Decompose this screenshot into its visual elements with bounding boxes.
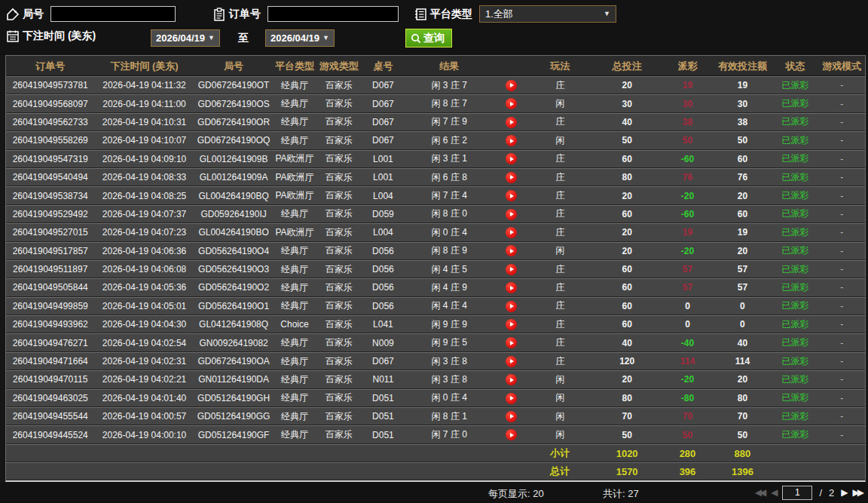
replay-icon[interactable]	[506, 411, 517, 422]
cell-table-no: D067	[362, 113, 405, 131]
cell-game-type: 百家乐	[316, 150, 362, 168]
col-game-no: 局号	[194, 56, 274, 76]
cell-order-no: 260419049445524	[6, 425, 94, 444]
cell-replay	[494, 131, 528, 149]
game-no-input[interactable]	[50, 6, 176, 22]
replay-icon[interactable]	[506, 190, 517, 201]
replay-icon[interactable]	[506, 153, 517, 164]
replay-icon[interactable]	[506, 429, 517, 440]
grand-total-payout: 396	[662, 462, 713, 480]
cell-platform: 经典厅	[274, 242, 316, 260]
cell-bet-time: 2026-04-19 04:09:10	[94, 150, 194, 168]
table-row: 2604190495270152026-04-19 04:07:23GL0042…	[6, 223, 865, 241]
cell-payout: 57	[662, 278, 713, 296]
cell-play-type: 闲	[528, 425, 591, 444]
replay-icon[interactable]	[506, 393, 517, 404]
cell-platform: Choice	[274, 315, 316, 333]
cell-table-no: D067	[362, 131, 405, 149]
cell-payout: 57	[662, 260, 713, 278]
replay-icon[interactable]	[506, 301, 517, 312]
cell-order-no: 260419049505844	[6, 278, 94, 296]
table-body: 2604190495737812026-04-19 04:11:32GD0672…	[6, 76, 865, 444]
subtotal-payout: 280	[662, 444, 713, 462]
col-platform-type: 平台类型	[274, 56, 316, 76]
first-page-icon[interactable]: ◀◀	[755, 487, 764, 498]
cell-replay	[494, 370, 528, 388]
cell-order-no: 260419049529492	[6, 205, 94, 223]
replay-icon[interactable]	[506, 319, 517, 330]
cell-play-type: 庄	[528, 76, 591, 94]
replay-icon[interactable]	[506, 209, 517, 220]
cell-valid-bet: 0	[713, 297, 772, 315]
cell-payout: 38	[662, 113, 713, 131]
cell-replay	[494, 425, 528, 444]
cell-game-mode: -	[818, 223, 865, 241]
replay-icon[interactable]	[506, 374, 517, 385]
cell-table-no: N009	[362, 333, 405, 351]
cell-platform: 经典厅	[274, 76, 316, 94]
cell-order-no: 260419049573781	[6, 76, 94, 94]
cell-payout: -20	[662, 242, 713, 260]
cell-replay	[494, 315, 528, 333]
cell-valid-bet: 114	[713, 352, 772, 370]
cell-valid-bet: 57	[713, 260, 772, 278]
cell-replay	[494, 260, 528, 278]
page-number-input[interactable]	[782, 486, 812, 500]
replay-icon[interactable]	[506, 80, 517, 91]
cell-replay	[494, 113, 528, 131]
replay-icon[interactable]	[506, 282, 517, 293]
prev-page-icon[interactable]: ◀	[771, 487, 775, 498]
cell-platform: 经典厅	[274, 425, 316, 444]
cell-payout: 19	[662, 76, 713, 94]
cell-total-bet: 20	[591, 242, 662, 260]
table-row: 2604190495118972026-04-19 04:06:08GD0562…	[6, 260, 865, 278]
query-button[interactable]: 查询	[405, 29, 452, 48]
cell-bet-time: 2026-04-19 04:05:01	[94, 297, 194, 315]
date-to-picker[interactable]: 2026/04/19 ▼	[265, 29, 335, 47]
table-row: 2604190495473192026-04-19 04:09:10GL0012…	[6, 150, 865, 168]
replay-icon[interactable]	[506, 172, 517, 183]
replay-icon[interactable]	[506, 135, 517, 146]
cell-platform: PA欧洲厅	[274, 186, 316, 204]
cell-valid-bet: 60	[713, 205, 772, 223]
cell-status: 已派彩	[772, 315, 819, 333]
cell-payout: -20	[662, 186, 713, 204]
subtotal-row: 小计 1020 280 880	[6, 444, 865, 462]
cell-status: 已派彩	[772, 150, 819, 168]
cell-valid-bet: 20	[713, 186, 772, 204]
replay-icon[interactable]	[506, 264, 517, 275]
cell-result: 闲 8 庄 1	[405, 407, 494, 425]
cell-table-no: D051	[362, 407, 405, 425]
cell-platform: 经典厅	[274, 333, 316, 351]
date-to-separator: 至	[238, 32, 249, 45]
order-no-input[interactable]	[267, 6, 399, 22]
cell-game-no: GN00926419082	[194, 333, 274, 351]
cell-play-type: 庄	[528, 260, 591, 278]
replay-icon[interactable]	[506, 245, 517, 256]
table-row: 2604190494630252026-04-19 04:01:40GD0512…	[6, 389, 865, 407]
cell-game-type: 百家乐	[316, 352, 362, 370]
cell-total-bet: 60	[591, 205, 662, 223]
cell-bet-time: 2026-04-19 04:02:54	[94, 333, 194, 351]
cell-table-no: L001	[362, 168, 405, 186]
cell-game-mode: -	[818, 131, 865, 149]
cell-status: 已派彩	[772, 278, 819, 296]
last-page-icon[interactable]: ▶▶	[853, 487, 862, 498]
next-page-icon[interactable]: ▶	[841, 487, 845, 498]
cell-replay	[494, 150, 528, 168]
replay-icon[interactable]	[506, 337, 517, 348]
platform-select[interactable]: 1.全部 ▼	[479, 5, 616, 23]
replay-icon[interactable]	[506, 117, 517, 128]
cell-total-bet: 80	[591, 389, 662, 407]
replay-icon[interactable]	[506, 227, 517, 238]
cell-game-no: GD056264190O2	[194, 278, 274, 296]
cell-result: 闲 4 庄 9	[405, 278, 494, 296]
cell-game-type: 百家乐	[316, 425, 362, 444]
search-icon	[411, 33, 421, 44]
cell-payout: 19	[662, 223, 713, 241]
date-from-picker[interactable]: 2026/04/19 ▼	[151, 29, 220, 47]
replay-icon[interactable]	[506, 98, 517, 109]
cell-payout: 70	[662, 407, 713, 425]
cell-platform: 经典厅	[274, 278, 316, 296]
replay-icon[interactable]	[506, 356, 517, 367]
